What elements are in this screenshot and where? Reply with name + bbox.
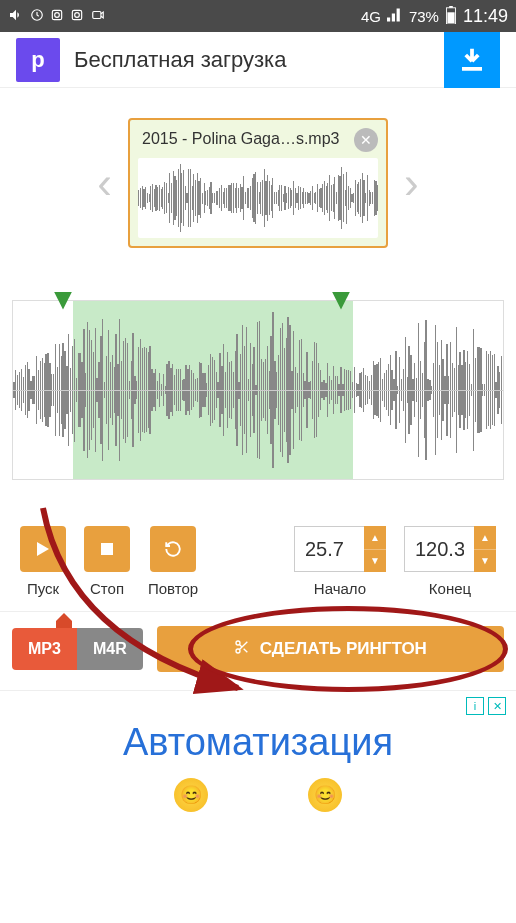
- svg-point-4: [75, 12, 80, 17]
- chevron-left-icon[interactable]: ‹: [89, 150, 120, 216]
- ad-emoji-row: 😊 😊: [0, 778, 516, 812]
- format-toggle: MP3 M4R: [12, 628, 143, 670]
- svg-rect-8: [447, 12, 454, 23]
- start-time-input[interactable]: [294, 526, 364, 572]
- svg-rect-5: [93, 11, 101, 18]
- svg-rect-1: [52, 10, 61, 19]
- ad-headline: Автоматизация: [0, 721, 516, 764]
- file-card[interactable]: 2015 - Polina Gaga…s.mp3 ✕: [128, 118, 388, 248]
- top-banner[interactable]: p Бесплатная загрузка: [0, 32, 516, 88]
- bottom-ad[interactable]: i ✕ Автоматизация 😊 😊: [0, 691, 516, 812]
- file-waveform-thumb: [138, 158, 378, 238]
- end-down-button[interactable]: ▼: [474, 549, 496, 573]
- app-icon-2: [70, 8, 84, 25]
- banner-text: Бесплатная загрузка: [74, 47, 286, 73]
- battery-icon: [445, 6, 457, 27]
- end-up-button[interactable]: ▲: [474, 526, 496, 549]
- banner-app-icon: p: [16, 38, 60, 82]
- svg-point-2: [55, 12, 60, 17]
- ad-close-icon[interactable]: ✕: [488, 697, 506, 715]
- volume-icon: [8, 7, 24, 26]
- start-label: Начало: [314, 580, 366, 597]
- repeat-button[interactable]: [150, 526, 196, 572]
- svg-rect-9: [101, 543, 113, 555]
- stop-button[interactable]: [84, 526, 130, 572]
- controls-row: Пуск Стоп Повтор ▲ ▼ Начало: [12, 480, 504, 611]
- waveform[interactable]: [12, 300, 504, 480]
- emoji-icon: 😊: [174, 778, 208, 812]
- end-time-input[interactable]: [404, 526, 474, 572]
- action-row: MP3 M4R СДЕЛАТЬ РИНГТОН: [0, 611, 516, 691]
- close-icon[interactable]: ✕: [354, 128, 378, 152]
- start-down-button[interactable]: ▼: [364, 549, 386, 573]
- format-m4r-button[interactable]: M4R: [77, 628, 143, 670]
- network-type: 4G: [361, 8, 381, 25]
- start-up-button[interactable]: ▲: [364, 526, 386, 549]
- end-handle-icon[interactable]: [330, 292, 352, 314]
- svg-rect-3: [72, 10, 81, 19]
- signal-icon: [387, 8, 403, 25]
- clock-icon: [30, 8, 44, 25]
- app-icon-1: [50, 8, 64, 25]
- start-handle-icon[interactable]: [52, 292, 74, 314]
- end-label: Конец: [429, 580, 471, 597]
- ad-badges: i ✕: [466, 697, 506, 715]
- waveform-editor: Пуск Стоп Повтор ▲ ▼ Начало: [0, 300, 516, 611]
- ad-info-icon[interactable]: i: [466, 697, 484, 715]
- battery-pct: 73%: [409, 8, 439, 25]
- status-right: 4G 73% 11:49: [361, 6, 508, 27]
- format-mp3-button[interactable]: MP3: [12, 628, 77, 670]
- play-button[interactable]: [20, 526, 66, 572]
- svg-point-11: [236, 649, 240, 653]
- emoji-icon: 😊: [308, 778, 342, 812]
- stop-label: Стоп: [90, 580, 124, 597]
- make-ringtone-label: СДЕЛАТЬ РИНГТОН: [260, 639, 427, 659]
- play-label: Пуск: [27, 580, 59, 597]
- file-name: 2015 - Polina Gaga…s.mp3: [142, 130, 339, 148]
- repeat-label: Повтор: [148, 580, 198, 597]
- svg-point-10: [236, 641, 240, 645]
- camera-icon: [90, 8, 106, 25]
- clock-time: 11:49: [463, 6, 508, 27]
- scissors-icon: [234, 639, 250, 660]
- file-carousel: ‹ 2015 - Polina Gaga…s.mp3 ✕ ›: [0, 88, 516, 288]
- make-ringtone-button[interactable]: СДЕЛАТЬ РИНГТОН: [157, 626, 504, 672]
- status-icons-left: [8, 7, 106, 26]
- chevron-right-icon[interactable]: ›: [396, 150, 427, 216]
- download-icon[interactable]: [444, 32, 500, 88]
- status-bar: 4G 73% 11:49: [0, 0, 516, 32]
